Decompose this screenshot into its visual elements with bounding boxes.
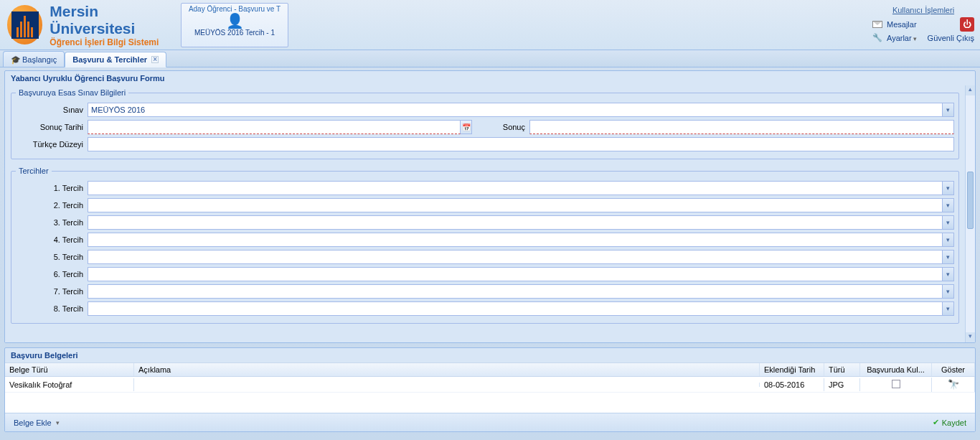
settings-link[interactable]: Ayarlar	[887, 34, 917, 42]
safe-logout-link[interactable]: Güvenli Çıkış	[928, 34, 974, 42]
chevron-down-icon[interactable]: ▾	[942, 285, 953, 298]
preferences-fieldset: Tercihler 1. Tercih▾ 2. Tercih▾ 3. Terci…	[11, 167, 959, 324]
form-body: Başvuruya Esas Sınav Bilgileri Sınav MEÜ…	[5, 85, 975, 342]
chevron-down-icon[interactable]: ▾	[942, 199, 953, 212]
tr-level-input[interactable]	[88, 137, 954, 151]
application-form-panel: Yabancı Uyruklu Öğrenci Başvuru Formu Ba…	[4, 70, 976, 343]
label-pref-6: 6. Tercih	[16, 270, 88, 278]
chevron-down-icon[interactable]: ▾	[942, 103, 953, 116]
result-date-input[interactable]	[88, 120, 461, 134]
close-icon[interactable]: ×	[151, 56, 159, 63]
university-logo-icon	[7, 5, 42, 45]
label-pref-2: 2. Tercih	[16, 201, 88, 210]
save-button[interactable]: Kaydet	[928, 416, 971, 429]
cell-doc-type: Vesikalık Fotoğraf	[5, 378, 134, 391]
chevron-down-icon[interactable]: ▾	[942, 233, 953, 246]
documents-grid-header: Belge Türü Açıklama Eklendiği Tarih Türü…	[5, 362, 975, 377]
documents-toolbar: Belge Ekle Kaydet	[5, 413, 975, 431]
documents-panel: Başvuru Belgeleri Belge Türü Açıklama Ek…	[4, 347, 976, 432]
documents-title: Başvuru Belgeleri	[5, 348, 975, 362]
cell-desc	[134, 383, 760, 387]
tab-start[interactable]: 🎓 Başlangıç	[3, 51, 65, 67]
pref-1-select[interactable]: ▾	[88, 181, 954, 195]
graduate-icon: 🎓	[11, 55, 19, 64]
chevron-down-icon[interactable]: ▾	[942, 251, 953, 263]
main-area: Yabancı Uyruklu Öğrenci Başvuru Formu Ba…	[0, 67, 980, 435]
label-pref-4: 4. Tercih	[16, 235, 88, 244]
checkbox-icon[interactable]	[892, 380, 900, 388]
cell-used	[860, 378, 932, 392]
label-result-date: Sonuç Tarihi	[16, 123, 88, 131]
label-tr-level: Türkçe Düzeyi	[16, 140, 88, 149]
label-exam: Sınav	[16, 106, 88, 114]
user-ops-panel: Kullanıcı İşlemleri Mesajlar ⏻ Ayarlar G…	[872, 6, 980, 45]
cell-show: 🔭	[932, 377, 975, 392]
portlet-title: Aday Öğrenci - Başvuru ve T	[183, 5, 286, 13]
cell-date: 08-05-2016	[760, 378, 824, 391]
chevron-down-icon[interactable]: ▾	[942, 182, 953, 195]
exam-value: MEÜYÖS 2016	[91, 106, 145, 114]
label-pref-8: 8. Tercih	[16, 304, 88, 313]
label-result: Sonuç	[472, 123, 529, 131]
scroll-up-icon[interactable]: ▴	[966, 85, 975, 95]
pref-3-select[interactable]: ▾	[88, 215, 954, 230]
col-desc[interactable]: Açıklama	[134, 363, 760, 376]
preferences-legend: Tercihler	[16, 167, 52, 175]
pref-5-select[interactable]: ▾	[88, 250, 954, 264]
mail-icon	[872, 21, 882, 28]
power-icon[interactable]: ⏻	[960, 17, 974, 32]
scroll-thumb[interactable]	[967, 172, 974, 229]
form-scroll-area: Başvuruya Esas Sınav Bilgileri Sınav MEÜ…	[5, 85, 965, 342]
university-name: Mersin Üniversitesi	[50, 3, 174, 37]
tab-application[interactable]: Başvuru & Tercihler ×	[65, 52, 166, 67]
col-used[interactable]: Başvuruda Kul...	[860, 363, 932, 376]
exam-info-legend: Başvuruya Esas Sınav Bilgileri	[16, 88, 128, 97]
col-doc-type[interactable]: Belge Türü	[5, 363, 134, 376]
chevron-down-icon[interactable]: ▾	[942, 268, 953, 281]
shortcut-portlet[interactable]: Aday Öğrenci - Başvuru ve T 👤 MEÜYÖS 201…	[181, 3, 288, 47]
exam-info-fieldset: Başvuruya Esas Sınav Bilgileri Sınav MEÜ…	[11, 88, 959, 159]
chevron-down-icon[interactable]: ▾	[942, 216, 953, 229]
pref-4-select[interactable]: ▾	[88, 233, 954, 247]
main-tabs: 🎓 Başlangıç Başvuru & Tercihler ×	[0, 50, 980, 67]
col-date[interactable]: Eklendiği Tarih	[760, 363, 824, 376]
logo-block: Mersin Üniversitesi Öğrenci İşleri Bilgi…	[0, 3, 181, 47]
vertical-scrollbar[interactable]: ▴ ▾	[965, 85, 975, 342]
scroll-down-icon[interactable]: ▾	[966, 332, 975, 342]
cell-ftype: JPG	[824, 378, 860, 391]
pref-6-select[interactable]: ▾	[88, 267, 954, 281]
documents-grid-body: Vesikalık Fotoğraf 08-05-2016 JPG 🔭	[5, 377, 975, 413]
user-ops-title[interactable]: Kullanıcı İşlemleri	[872, 6, 974, 14]
table-row[interactable]: Vesikalık Fotoğraf 08-05-2016 JPG 🔭	[5, 377, 975, 393]
student-icon: 👤	[183, 13, 286, 29]
top-bar: Mersin Üniversitesi Öğrenci İşleri Bilgi…	[0, 0, 980, 50]
col-show[interactable]: Göster	[932, 363, 975, 376]
pref-7-select[interactable]: ▾	[88, 284, 954, 299]
messages-link[interactable]: Mesajlar	[887, 20, 917, 29]
chevron-down-icon[interactable]: ▾	[942, 302, 953, 315]
logo-text: Mersin Üniversitesi Öğrenci İşleri Bilgi…	[50, 3, 174, 47]
tab-application-label: Başvuru & Tercihler	[72, 55, 147, 64]
exam-select[interactable]: MEÜYÖS 2016 ▾	[88, 103, 954, 117]
label-pref-3: 3. Tercih	[16, 218, 88, 227]
portlet-subtitle: MEÜYÖS 2016 Tercih - 1	[183, 29, 286, 37]
label-pref-7: 7. Tercih	[16, 287, 88, 296]
calendar-icon[interactable]: 📅	[461, 120, 472, 134]
label-pref-5: 5. Tercih	[16, 253, 88, 261]
pref-2-select[interactable]: ▾	[88, 198, 954, 212]
binoculars-icon[interactable]: 🔭	[948, 379, 959, 390]
form-title: Yabancı Uyruklu Öğrenci Başvuru Formu	[5, 71, 975, 85]
col-ftype[interactable]: Türü	[824, 363, 860, 376]
pref-8-select[interactable]: ▾	[88, 301, 954, 316]
result-input[interactable]	[529, 120, 954, 134]
system-name: Öğrenci İşleri Bilgi Sistemi	[50, 37, 174, 47]
add-doc-button[interactable]: Belge Ekle	[9, 417, 64, 429]
label-pref-1: 1. Tercih	[16, 184, 88, 192]
settings-icon	[872, 33, 882, 43]
tab-start-label: Başlangıç	[22, 55, 57, 64]
